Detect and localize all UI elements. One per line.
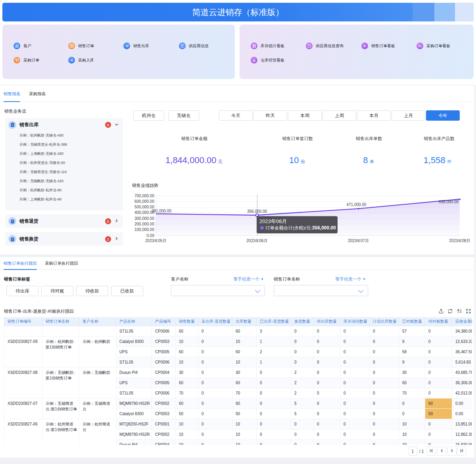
svg-text:381,000.00: 381,000.00 <box>152 209 171 213</box>
svg-text:471,000.00: 471,000.00 <box>346 202 366 207</box>
svg-text:2023年06月: 2023年06月 <box>246 239 267 243</box>
svg-text:2023年06月: 2023年06月 <box>259 218 287 224</box>
svg-text:356,000.00: 356,000.00 <box>247 209 267 214</box>
svg-text:100,000.00: 100,000.00 <box>134 227 154 232</box>
svg-text:638,000.00: 638,000.00 <box>439 200 459 204</box>
svg-text:2023年08月: 2023年08月 <box>449 239 470 243</box>
svg-text:300,000.00: 300,000.00 <box>134 216 154 221</box>
svg-text:2023年05月: 2023年05月 <box>145 239 166 243</box>
svg-text:0.00: 0.00 <box>147 233 155 238</box>
svg-text:2023年07月: 2023年07月 <box>348 239 369 243</box>
svg-text:700,000.00: 700,000.00 <box>134 194 154 198</box>
svg-text:订单金额合计(含税)/元:356,000.00: 订单金额合计(含税)/元:356,000.00 <box>265 225 336 231</box>
svg-text:200,000.00: 200,000.00 <box>134 222 154 226</box>
svg-text:600,000.00: 600,000.00 <box>134 199 154 204</box>
